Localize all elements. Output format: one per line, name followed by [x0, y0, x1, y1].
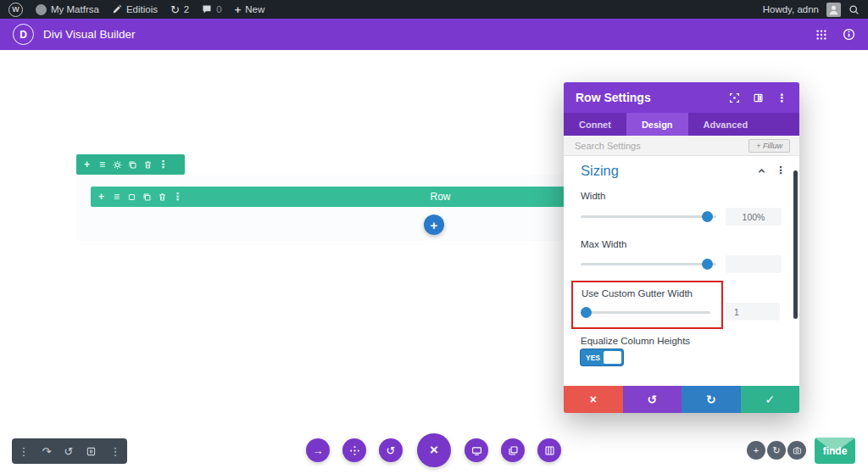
- redo-icon[interactable]: ↷: [42, 446, 52, 457]
- responsive-view-button[interactable]: [465, 438, 488, 462]
- save-button[interactable]: ✓: [741, 386, 800, 413]
- columns-view-icon[interactable]: [86, 446, 97, 457]
- bottom-left-toolbar: ⋮ ↷ ↺ ⋮: [12, 438, 127, 464]
- add-section-icon[interactable]: +: [82, 159, 92, 170]
- publish-label: finde: [823, 445, 848, 457]
- tab-content[interactable]: Connet: [564, 113, 626, 136]
- modal-tabs: Connet Design Advanced: [564, 113, 799, 136]
- search-icon[interactable]: [849, 4, 860, 15]
- close-icon: ×: [430, 442, 438, 459]
- section-duplicate-icon[interactable]: [128, 160, 137, 170]
- row-settings-modal: Row Settings ⋮ Connet Design Advanced + …: [564, 82, 799, 413]
- info-icon[interactable]: [843, 28, 855, 41]
- wordpress-logo-icon: W: [8, 3, 23, 17]
- redo-icon: ↻: [772, 446, 780, 455]
- section-settings-lines-icon[interactable]: ≡: [97, 159, 107, 170]
- grid-view-button[interactable]: [537, 438, 561, 462]
- section-delete-icon[interactable]: [143, 160, 153, 170]
- row-delete-icon[interactable]: [158, 192, 167, 202]
- section-gear-icon[interactable]: [113, 160, 122, 170]
- row-more-icon[interactable]: ⋮: [173, 192, 182, 202]
- redo-button[interactable]: ↻: [682, 386, 741, 413]
- row-layout-icon[interactable]: [127, 192, 136, 202]
- move-mode-button[interactable]: [342, 438, 366, 462]
- undo-icon[interactable]: ↺: [64, 446, 73, 457]
- plus-icon: +: [235, 4, 242, 15]
- row-settings-lines-icon[interactable]: ≡: [112, 192, 121, 202]
- max-width-slider-thumb[interactable]: [702, 259, 713, 270]
- grid-columns-icon: [544, 445, 555, 456]
- new-content-menu[interactable]: + New: [235, 4, 265, 15]
- wp-admin-bar: W My Matfrsa Editiois ↻ 2 0 + New Howdy,…: [0, 0, 868, 19]
- arrow-right-icon: →: [313, 445, 324, 456]
- row-duplicate-icon[interactable]: [142, 192, 152, 202]
- sizing-more-icon[interactable]: ⋮: [776, 165, 786, 176]
- snapshot-button[interactable]: [787, 441, 806, 460]
- refresh-button[interactable]: ↻: [767, 441, 786, 460]
- width-value-input[interactable]: [726, 208, 782, 226]
- toggle-knob[interactable]: [604, 351, 621, 364]
- settings-search-input[interactable]: [573, 140, 704, 152]
- layers-button[interactable]: [501, 438, 525, 462]
- comments-menu[interactable]: 0: [202, 4, 221, 14]
- width-slider[interactable]: [581, 215, 716, 218]
- insert-module-button[interactable]: +: [424, 215, 444, 235]
- updates-count: 2: [184, 4, 189, 14]
- more-options-icon[interactable]: ⋮: [109, 446, 120, 457]
- edit-label: Editiois: [126, 4, 158, 14]
- edit-page-link[interactable]: Editiois: [112, 4, 158, 14]
- collapse-chevron-icon[interactable]: [757, 166, 766, 176]
- update-icon: ↻: [170, 4, 180, 15]
- history-undo-button[interactable]: ↺: [379, 438, 403, 462]
- max-width-slider[interactable]: [581, 263, 716, 265]
- sizing-section-header[interactable]: Sizing ⋮: [581, 160, 786, 181]
- sizing-heading: Sizing: [581, 163, 619, 179]
- updates-menu[interactable]: ↻ 2: [170, 4, 189, 15]
- undo-button[interactable]: ↺: [623, 386, 682, 413]
- modal-more-icon[interactable]: ⋮: [776, 92, 787, 103]
- apps-grid-icon[interactable]: [815, 29, 827, 41]
- add-row-icon[interactable]: +: [97, 192, 106, 202]
- section-toolbar: + ≡ ⋮: [76, 154, 185, 175]
- avatar[interactable]: [826, 3, 841, 17]
- divi-builder-bar: D Divi Visual Builder: [0, 19, 868, 50]
- filter-button[interactable]: + Filluw: [748, 139, 790, 153]
- check-icon: ✓: [765, 393, 775, 406]
- section-more-icon[interactable]: ⋮: [159, 159, 168, 170]
- plus-icon: +: [754, 446, 759, 455]
- hover-mode-button[interactable]: →: [306, 438, 330, 462]
- undo-icon: ↺: [387, 445, 396, 456]
- cancel-button[interactable]: ×: [564, 386, 623, 413]
- wp-logo-menu[interactable]: W: [8, 3, 23, 17]
- modal-scrollbar[interactable]: [793, 170, 798, 319]
- howdy-greeting[interactable]: Howdy, adnn: [763, 4, 819, 14]
- publish-button[interactable]: finde: [815, 438, 855, 464]
- gutter-slider-thumb[interactable]: [581, 307, 592, 318]
- gutter-label: Use Custom Gutter Width: [581, 288, 693, 298]
- divi-builder-title: Divi Visual Builder: [43, 28, 136, 41]
- new-label: New: [245, 4, 264, 14]
- max-width-value-input[interactable]: [726, 255, 782, 273]
- comment-icon: [202, 4, 212, 14]
- tab-design[interactable]: Design: [626, 113, 688, 136]
- site-menu[interactable]: My Matfrsa: [36, 4, 99, 15]
- width-label: Width: [581, 191, 605, 201]
- desktop-icon: [471, 445, 482, 456]
- modal-header[interactable]: Row Settings ⋮: [564, 82, 799, 113]
- preview-focus-icon[interactable]: [729, 92, 740, 103]
- modal-footer: × ↺ ↻ ✓: [564, 386, 799, 413]
- add-button[interactable]: +: [747, 441, 765, 460]
- more-options-icon[interactable]: ⋮: [19, 446, 30, 457]
- comments-count: 0: [216, 4, 221, 14]
- gutter-slider[interactable]: [581, 311, 710, 314]
- move-icon: [349, 445, 360, 456]
- close-builder-settings-button[interactable]: ×: [417, 433, 451, 467]
- snap-panel-icon[interactable]: [753, 92, 764, 103]
- gutter-value-input[interactable]: [726, 303, 780, 321]
- site-icon: [36, 4, 47, 15]
- redo-icon: ↻: [706, 393, 716, 406]
- tab-advanced[interactable]: Advanced: [688, 113, 764, 136]
- equalize-toggle[interactable]: YES: [581, 349, 623, 365]
- width-slider-thumb[interactable]: [702, 211, 713, 222]
- modal-title: Row Settings: [576, 91, 651, 104]
